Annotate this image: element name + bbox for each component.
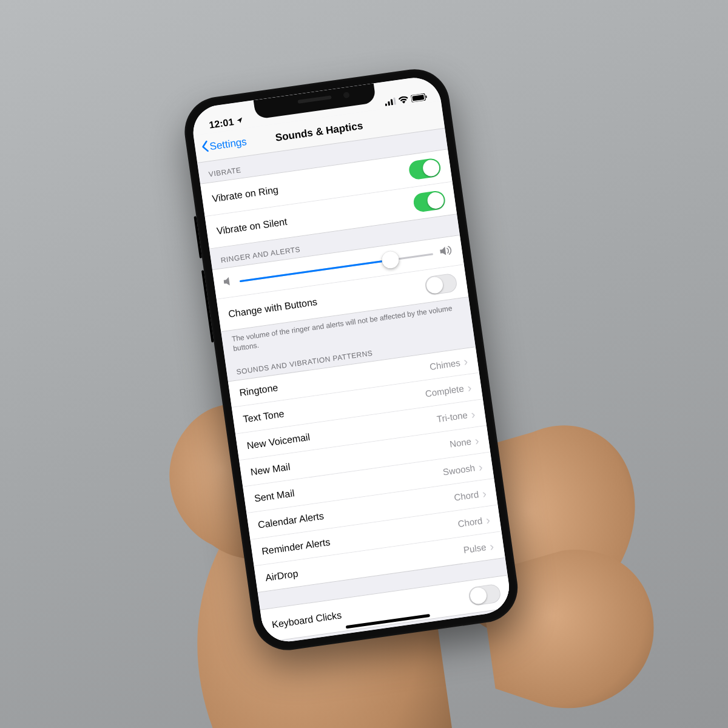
row-label: New Mail [250,462,291,478]
chevron-right-icon: › [485,514,491,527]
chevron-right-icon: › [477,460,483,473]
svg-rect-3 [393,98,396,105]
volume-low-icon [223,276,234,289]
cellular-signal-icon [385,98,396,106]
row-label: Vibrate on Silent [216,216,288,237]
toggle-vibrate-on-ring[interactable] [408,157,442,180]
row-detail: Swoosh [442,463,476,477]
volume-high-icon [439,245,453,259]
row-label: Vibrate on Ring [211,184,278,204]
row-label: AirDrop [265,568,298,583]
svg-rect-1 [388,101,390,106]
chevron-right-icon: › [467,382,472,394]
chevron-right-icon: › [470,408,476,420]
battery-icon [411,93,427,103]
back-label: Settings [209,136,248,153]
page-title: Sounds & Haptics [275,120,364,144]
row-label: Keyboard Clicks [271,610,342,630]
svg-rect-2 [391,99,393,105]
row-detail: Chord [453,489,479,503]
row-detail: Chord [457,516,484,530]
svg-rect-6 [425,95,427,98]
wifi-icon [398,96,409,104]
chevron-right-icon: › [482,487,487,500]
chevron-right-icon: › [489,540,494,553]
status-time: 12:01 [209,116,235,131]
row-label: Change with Buttons [228,296,318,319]
row-detail: Complete [425,383,465,399]
row-detail: None [449,436,472,450]
row-detail: Chimes [429,357,461,372]
svg-rect-5 [412,95,424,101]
row-detail: Pulse [463,542,487,555]
row-detail: Tri-tone [436,410,468,425]
row-label: Text Tone [243,408,285,425]
toggle-change-with-buttons[interactable] [424,273,458,296]
location-arrow-icon [235,116,244,126]
svg-rect-0 [385,104,388,106]
back-button[interactable]: Settings [200,134,248,155]
row-label: Calendar Alerts [257,511,325,531]
chevron-left-icon [200,140,209,155]
row-label: Ringtone [238,383,278,399]
toggle-keyboard-clicks[interactable] [468,584,502,607]
chevron-right-icon: › [463,356,468,368]
chevron-right-icon: › [474,434,479,447]
row-label: Reminder Alerts [261,537,331,558]
row-label: New Voicemail [246,432,311,451]
toggle-vibrate-on-silent[interactable] [413,190,447,213]
row-label: Sent Mail [254,488,295,504]
